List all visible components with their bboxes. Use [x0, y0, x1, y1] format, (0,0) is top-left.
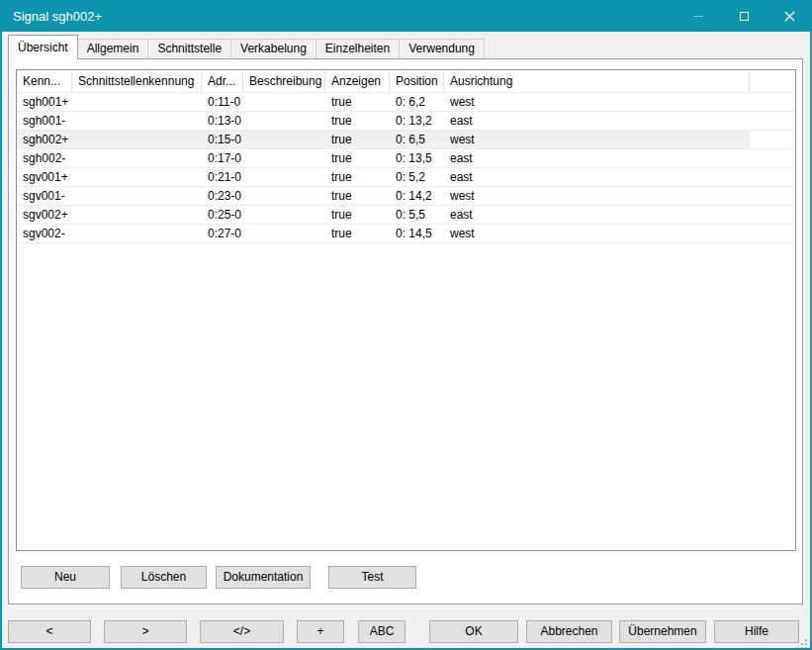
cell-beschreibung — [243, 112, 325, 130]
uebernehmen-button[interactable]: Übernehmen — [619, 620, 706, 643]
table-row[interactable]: sgh001+ 0:11-0 true 0: 6,2 west — [17, 93, 795, 112]
cell-ausrichtung: east — [444, 206, 750, 224]
cell-beschreibung — [243, 206, 325, 224]
cell-anzeigen: true — [325, 225, 390, 242]
cell-ausrichtung: east — [444, 149, 750, 167]
table-row[interactable]: sgv002+ 0:25-0 true 0: 5,5 east — [17, 206, 795, 225]
cell-kennung: sgh001- — [17, 112, 72, 130]
cell-position: 0: 14,5 — [390, 225, 444, 242]
cell-adresse: 0:21-0 — [202, 168, 243, 186]
cell-adresse: 0:11-0 — [202, 93, 243, 111]
nav-forward-button[interactable]: > — [104, 620, 187, 643]
cell-beschreibung — [243, 131, 325, 148]
cell-anzeigen: true — [325, 206, 390, 224]
tab-bar: Übersicht Allgemein Schnittstelle Verkab… — [8, 35, 485, 59]
table-row[interactable]: sgv002- 0:27-0 true 0: 14,5 west — [17, 225, 795, 243]
loeschen-button[interactable]: Löschen — [121, 566, 207, 589]
dokumentation-button[interactable]: Dokumentation — [216, 566, 311, 589]
cell-kennung: sgh001+ — [17, 93, 72, 111]
cell-schnittstellenkennung — [72, 131, 202, 148]
table-header: Kenn... Schnittstellenkennung Adr... Bes… — [17, 70, 795, 93]
table-row[interactable]: sgh002- 0:17-0 true 0: 13,5 east — [17, 149, 795, 168]
header-adresse[interactable]: Adr... — [202, 70, 243, 92]
cell-ausrichtung: west — [444, 131, 750, 148]
table-row[interactable]: sgv001+ 0:21-0 true 0: 5,2 east — [17, 168, 795, 187]
add-button[interactable]: + — [297, 620, 344, 643]
table-row-selected[interactable]: sgh002+ 0:15-0 true 0: 6,5 west — [17, 131, 795, 149]
titlebar: Signal sgh002+ — [0, 0, 812, 32]
cell-adresse: 0:25-0 — [202, 206, 243, 224]
cell-kennung: sgh002+ — [17, 131, 72, 148]
minimize-icon — [693, 16, 703, 17]
signal-table: Kenn... Schnittstellenkennung Adr... Bes… — [16, 69, 796, 551]
cell-beschreibung — [243, 168, 325, 186]
close-button[interactable] — [767, 0, 812, 32]
cell-adresse: 0:27-0 — [202, 225, 243, 242]
cell-ausrichtung: west — [444, 93, 750, 111]
cell-position: 0: 13,2 — [390, 112, 444, 130]
tab-allgemein[interactable]: Allgemein — [77, 39, 149, 58]
code-button[interactable]: </> — [200, 620, 284, 643]
abbrechen-button[interactable]: Abbrechen — [526, 620, 612, 643]
cell-filler — [750, 149, 795, 167]
tab-uebersicht[interactable]: Übersicht — [8, 35, 78, 59]
table-row[interactable]: sgh001- 0:13-0 true 0: 13,2 east — [17, 112, 795, 131]
cell-filler — [750, 187, 795, 205]
header-filler — [750, 70, 795, 92]
neu-button[interactable]: Neu — [21, 566, 110, 589]
hilfe-button[interactable]: Hilfe — [714, 620, 799, 643]
cell-beschreibung — [243, 149, 325, 167]
cell-kennung: sgv002- — [17, 225, 72, 242]
maximize-icon — [740, 12, 749, 21]
cell-ausrichtung: west — [444, 187, 750, 205]
client-area: Übersicht Allgemein Schnittstelle Verkab… — [2, 32, 810, 648]
cell-position: 0: 6,5 — [390, 131, 444, 148]
test-button[interactable]: Test — [328, 566, 416, 589]
cell-position: 0: 5,5 — [390, 206, 444, 224]
cell-anzeigen: true — [325, 131, 390, 148]
header-kennung[interactable]: Kenn... — [17, 70, 72, 92]
minimize-button[interactable] — [676, 0, 721, 32]
cell-anzeigen: true — [325, 168, 390, 186]
maximize-button[interactable] — [721, 0, 767, 32]
cell-anzeigen: true — [325, 112, 390, 130]
table-row[interactable]: sgv001- 0:23-0 true 0: 14,2 west — [17, 187, 795, 206]
header-ausrichtung[interactable]: Ausrichtung — [444, 70, 750, 92]
header-schnittstellenkennung[interactable]: Schnittstellenkennung — [72, 70, 202, 92]
cell-filler — [750, 93, 795, 111]
resize-grip[interactable] — [797, 635, 807, 645]
cell-ausrichtung: west — [444, 225, 750, 242]
caption-controls — [676, 0, 812, 32]
cell-schnittstellenkennung — [72, 225, 202, 242]
cell-kennung: sgv002+ — [17, 206, 72, 224]
header-beschreibung[interactable]: Beschreibung — [243, 70, 325, 92]
cell-anzeigen: true — [325, 149, 390, 167]
cell-position: 0: 13,5 — [390, 149, 444, 167]
tab-einzelheiten[interactable]: Einzelheiten — [316, 39, 400, 58]
cell-adresse: 0:13-0 — [202, 112, 243, 130]
tab-verwendung[interactable]: Verwendung — [399, 39, 485, 58]
window-title: Signal sgh002+ — [0, 9, 102, 24]
cell-position: 0: 6,2 — [390, 93, 444, 111]
cell-kennung: sgv001+ — [17, 168, 72, 186]
cell-schnittstellenkennung — [72, 168, 202, 186]
close-icon — [784, 11, 795, 22]
cell-filler — [750, 225, 795, 242]
resize-grip-icon — [797, 639, 807, 648]
cell-kennung: sgh002- — [17, 149, 72, 167]
nav-back-button[interactable]: < — [8, 620, 91, 643]
header-position[interactable]: Position — [390, 70, 444, 92]
dialog-window: Signal sgh002+ Übersicht Allgemein Schni… — [0, 0, 812, 650]
cell-ausrichtung: east — [444, 112, 750, 130]
cell-filler — [750, 168, 795, 186]
cell-schnittstellenkennung — [72, 206, 202, 224]
tab-verkabelung[interactable]: Verkabelung — [230, 39, 316, 58]
cell-filler — [750, 131, 795, 148]
ok-button[interactable]: OK — [429, 620, 518, 643]
tab-schnittstelle[interactable]: Schnittstelle — [147, 39, 231, 58]
abc-button[interactable]: ABC — [358, 620, 406, 643]
header-anzeigen[interactable]: Anzeigen — [325, 70, 390, 92]
cell-position: 0: 14,2 — [390, 187, 444, 205]
cell-schnittstellenkennung — [72, 187, 202, 205]
cell-kennung: sgv001- — [17, 187, 72, 205]
